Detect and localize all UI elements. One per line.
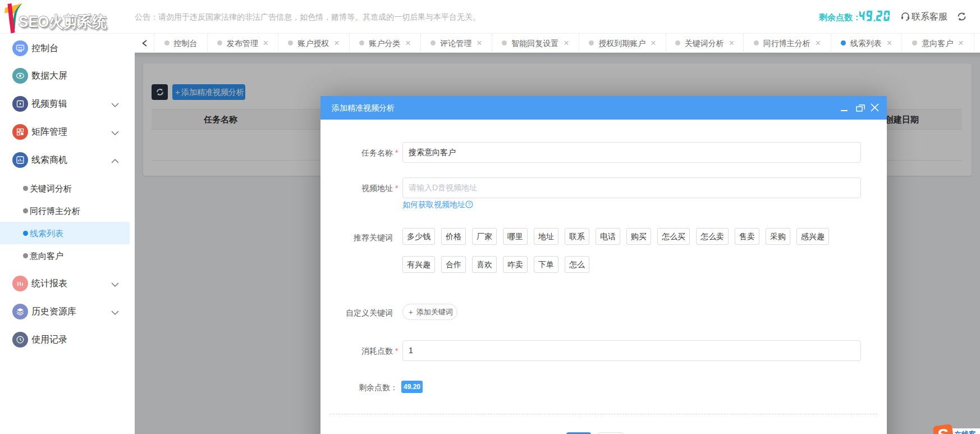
svg-text:SEO火剪系统: SEO火剪系统 [19,13,107,30]
svg-text:?: ? [468,202,470,207]
